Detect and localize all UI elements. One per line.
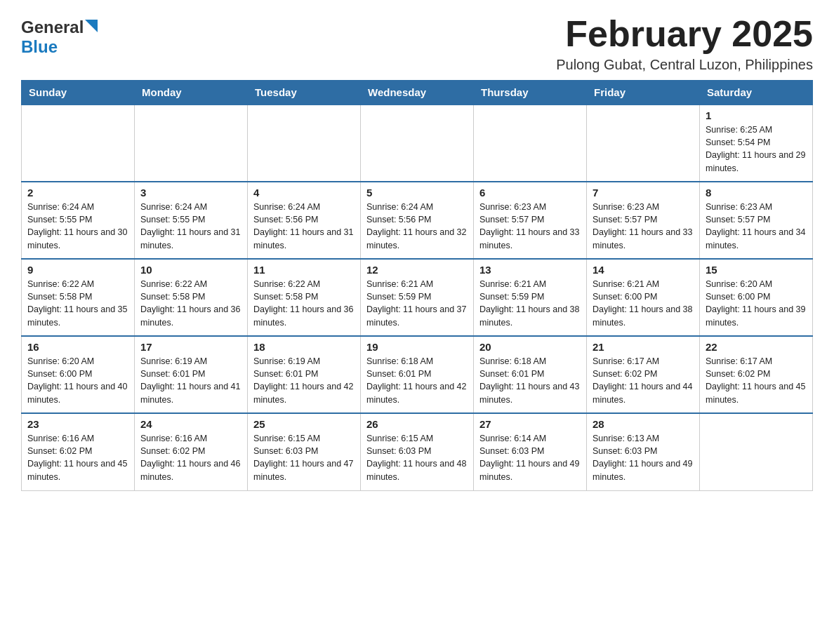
day-number: 11 [253, 264, 355, 276]
day-info: Sunrise: 6:18 AMSunset: 6:01 PMDaylight:… [479, 355, 581, 406]
day-number: 3 [140, 187, 241, 199]
day-number: 25 [253, 418, 355, 430]
day-number: 12 [366, 264, 468, 276]
calendar-cell: 20Sunrise: 6:18 AMSunset: 6:01 PMDayligh… [474, 336, 587, 413]
day-info: Sunrise: 6:21 AMSunset: 5:59 PMDaylight:… [366, 278, 468, 329]
calendar-cell: 7Sunrise: 6:23 AMSunset: 5:57 PMDaylight… [587, 182, 700, 259]
calendar-cell: 5Sunrise: 6:24 AMSunset: 5:56 PMDaylight… [361, 182, 474, 259]
day-number: 1 [706, 109, 807, 121]
calendar-cell: 26Sunrise: 6:15 AMSunset: 6:03 PMDayligh… [361, 413, 474, 490]
logo-general-text: General [21, 18, 84, 37]
calendar-cell: 6Sunrise: 6:23 AMSunset: 5:57 PMDaylight… [474, 182, 587, 259]
calendar-cell: 12Sunrise: 6:21 AMSunset: 5:59 PMDayligh… [361, 259, 474, 336]
calendar-cell: 17Sunrise: 6:19 AMSunset: 6:01 PMDayligh… [135, 336, 248, 413]
calendar-cell: 23Sunrise: 6:16 AMSunset: 6:02 PMDayligh… [22, 413, 135, 490]
calendar-cell: 10Sunrise: 6:22 AMSunset: 5:58 PMDayligh… [135, 259, 248, 336]
calendar-week-row: 1Sunrise: 6:25 AMSunset: 5:54 PMDaylight… [22, 105, 813, 182]
calendar-week-row: 23Sunrise: 6:16 AMSunset: 6:02 PMDayligh… [22, 413, 813, 490]
calendar-cell: 21Sunrise: 6:17 AMSunset: 6:02 PMDayligh… [587, 336, 700, 413]
day-info: Sunrise: 6:13 AMSunset: 6:03 PMDaylight:… [593, 432, 694, 483]
day-number: 2 [27, 187, 128, 199]
day-info: Sunrise: 6:23 AMSunset: 5:57 PMDaylight:… [706, 201, 807, 252]
day-number: 8 [706, 187, 807, 199]
logo-arrow-icon [85, 20, 98, 35]
calendar-cell [474, 105, 587, 182]
calendar-cell: 15Sunrise: 6:20 AMSunset: 6:00 PMDayligh… [700, 259, 813, 336]
day-number: 17 [140, 341, 241, 353]
calendar-cell: 16Sunrise: 6:20 AMSunset: 6:00 PMDayligh… [22, 336, 135, 413]
calendar-week-row: 2Sunrise: 6:24 AMSunset: 5:55 PMDaylight… [22, 182, 813, 259]
day-number: 23 [27, 418, 128, 430]
day-info: Sunrise: 6:16 AMSunset: 6:02 PMDaylight:… [27, 432, 128, 483]
day-number: 9 [27, 264, 128, 276]
day-number: 15 [706, 264, 807, 276]
calendar-cell: 1Sunrise: 6:25 AMSunset: 5:54 PMDaylight… [700, 105, 813, 182]
day-info: Sunrise: 6:22 AMSunset: 5:58 PMDaylight:… [27, 278, 128, 329]
calendar-cell: 14Sunrise: 6:21 AMSunset: 6:00 PMDayligh… [587, 259, 700, 336]
calendar-cell: 2Sunrise: 6:24 AMSunset: 5:55 PMDaylight… [22, 182, 135, 259]
calendar-cell: 18Sunrise: 6:19 AMSunset: 6:01 PMDayligh… [248, 336, 361, 413]
day-info: Sunrise: 6:24 AMSunset: 5:55 PMDaylight:… [27, 201, 128, 252]
calendar-cell [248, 105, 361, 182]
calendar-cell [587, 105, 700, 182]
day-number: 6 [479, 187, 581, 199]
calendar-cell: 11Sunrise: 6:22 AMSunset: 5:58 PMDayligh… [248, 259, 361, 336]
calendar-cell: 8Sunrise: 6:23 AMSunset: 5:57 PMDaylight… [700, 182, 813, 259]
calendar-cell [22, 105, 135, 182]
day-info: Sunrise: 6:21 AMSunset: 6:00 PMDaylight:… [593, 278, 694, 329]
calendar-cell: 19Sunrise: 6:18 AMSunset: 6:01 PMDayligh… [361, 336, 474, 413]
calendar-cell: 9Sunrise: 6:22 AMSunset: 5:58 PMDaylight… [22, 259, 135, 336]
day-info: Sunrise: 6:19 AMSunset: 6:01 PMDaylight:… [253, 355, 355, 406]
day-info: Sunrise: 6:20 AMSunset: 6:00 PMDaylight:… [27, 355, 128, 406]
day-info: Sunrise: 6:24 AMSunset: 5:55 PMDaylight:… [140, 201, 241, 252]
calendar-table: Sunday Monday Tuesday Wednesday Thursday… [21, 80, 813, 491]
calendar-cell: 13Sunrise: 6:21 AMSunset: 5:59 PMDayligh… [474, 259, 587, 336]
day-info: Sunrise: 6:21 AMSunset: 5:59 PMDaylight:… [479, 278, 581, 329]
svg-marker-0 [85, 20, 98, 32]
calendar-cell: 28Sunrise: 6:13 AMSunset: 6:03 PMDayligh… [587, 413, 700, 490]
day-info: Sunrise: 6:15 AMSunset: 6:03 PMDaylight:… [253, 432, 355, 483]
day-info: Sunrise: 6:17 AMSunset: 6:02 PMDaylight:… [593, 355, 694, 406]
logo-blue-text: Blue [21, 37, 58, 57]
day-number: 22 [706, 341, 807, 353]
header-thursday: Thursday [474, 81, 587, 105]
title-block: February 2025 Pulong Gubat, Central Luzo… [556, 14, 813, 73]
calendar-cell [361, 105, 474, 182]
calendar-cell: 25Sunrise: 6:15 AMSunset: 6:03 PMDayligh… [248, 413, 361, 490]
day-number: 16 [27, 341, 128, 353]
day-number: 14 [593, 264, 694, 276]
header-friday: Friday [587, 81, 700, 105]
header-tuesday: Tuesday [248, 81, 361, 105]
calendar-cell: 22Sunrise: 6:17 AMSunset: 6:02 PMDayligh… [700, 336, 813, 413]
calendar-cell [135, 105, 248, 182]
calendar-cell: 24Sunrise: 6:16 AMSunset: 6:02 PMDayligh… [135, 413, 248, 490]
day-info: Sunrise: 6:16 AMSunset: 6:02 PMDaylight:… [140, 432, 241, 483]
month-title: February 2025 [556, 14, 813, 54]
day-number: 19 [366, 341, 468, 353]
calendar-week-row: 16Sunrise: 6:20 AMSunset: 6:00 PMDayligh… [22, 336, 813, 413]
calendar-cell [700, 413, 813, 490]
day-info: Sunrise: 6:15 AMSunset: 6:03 PMDaylight:… [366, 432, 468, 483]
day-number: 18 [253, 341, 355, 353]
day-number: 5 [366, 187, 468, 199]
day-number: 21 [593, 341, 694, 353]
day-info: Sunrise: 6:24 AMSunset: 5:56 PMDaylight:… [366, 201, 468, 252]
day-info: Sunrise: 6:22 AMSunset: 5:58 PMDaylight:… [253, 278, 355, 329]
day-info: Sunrise: 6:18 AMSunset: 6:01 PMDaylight:… [366, 355, 468, 406]
day-number: 4 [253, 187, 355, 199]
day-info: Sunrise: 6:22 AMSunset: 5:58 PMDaylight:… [140, 278, 241, 329]
header-saturday: Saturday [700, 81, 813, 105]
day-info: Sunrise: 6:20 AMSunset: 6:00 PMDaylight:… [706, 278, 807, 329]
day-info: Sunrise: 6:25 AMSunset: 5:54 PMDaylight:… [706, 123, 807, 175]
location-title: Pulong Gubat, Central Luzon, Philippines [556, 57, 813, 73]
day-number: 27 [479, 418, 581, 430]
day-number: 7 [593, 187, 694, 199]
calendar-cell: 3Sunrise: 6:24 AMSunset: 5:55 PMDaylight… [135, 182, 248, 259]
day-number: 26 [366, 418, 468, 430]
header-sunday: Sunday [22, 81, 135, 105]
day-number: 24 [140, 418, 241, 430]
day-number: 10 [140, 264, 241, 276]
day-info: Sunrise: 6:23 AMSunset: 5:57 PMDaylight:… [479, 201, 581, 252]
calendar-cell: 27Sunrise: 6:14 AMSunset: 6:03 PMDayligh… [474, 413, 587, 490]
page-header: General Blue February 2025 Pulong Gubat,… [21, 14, 813, 73]
